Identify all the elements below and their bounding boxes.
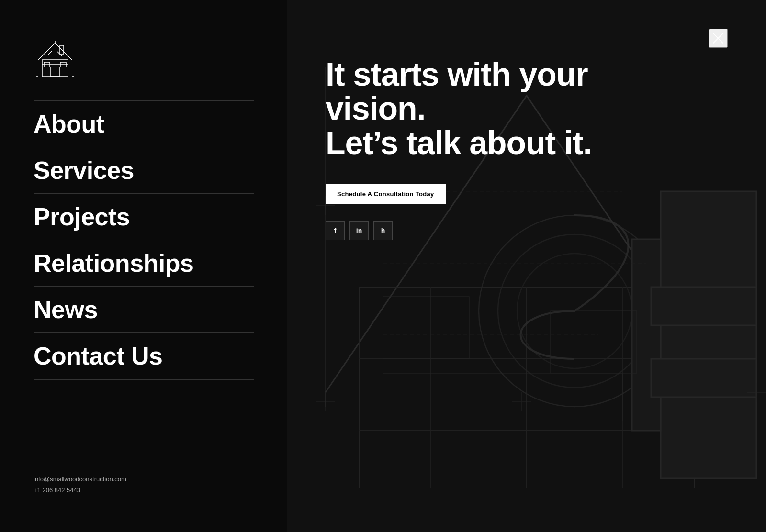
nav-item-services[interactable]: Services bbox=[34, 147, 254, 194]
nav-link-contact[interactable]: Contact Us bbox=[34, 333, 254, 379]
social-icons: f in h bbox=[326, 221, 603, 240]
nav-link-projects[interactable]: Projects bbox=[34, 194, 254, 240]
content-overlay: It starts with your vision. Let’s talk a… bbox=[326, 57, 603, 240]
linkedin-label: in bbox=[356, 227, 362, 234]
nav-item-projects[interactable]: Projects bbox=[34, 194, 254, 240]
houzz-icon[interactable]: h bbox=[373, 221, 393, 240]
nav-link-news[interactable]: News bbox=[34, 287, 254, 332]
svg-rect-23 bbox=[651, 287, 756, 325]
nav-list: About Services Projects Relationships Ne… bbox=[34, 101, 254, 379]
sidebar-footer: info@smallwoodconstruction.com +1 206 84… bbox=[34, 456, 254, 494]
headline-line1: It starts with your vision. bbox=[326, 56, 588, 126]
nav-item-about[interactable]: About bbox=[34, 101, 254, 147]
close-button[interactable] bbox=[709, 29, 728, 48]
nav-divider-bottom bbox=[34, 379, 254, 380]
main-nav: About Services Projects Relationships Ne… bbox=[34, 101, 254, 379]
logo bbox=[34, 38, 77, 81]
svg-rect-1 bbox=[50, 67, 60, 77]
footer-email: info@smallwoodconstruction.com bbox=[34, 476, 254, 483]
svg-rect-21 bbox=[661, 191, 756, 478]
cta-button[interactable]: Schedule A Consultation Today bbox=[326, 184, 446, 204]
svg-rect-22 bbox=[632, 239, 661, 431]
houzz-label: h bbox=[381, 227, 385, 234]
headline: It starts with your vision. Let’s talk a… bbox=[326, 57, 603, 160]
nav-link-services[interactable]: Services bbox=[34, 147, 254, 193]
nav-item-contact[interactable]: Contact Us bbox=[34, 333, 254, 379]
main-content: It starts with your vision. Let’s talk a… bbox=[287, 0, 766, 532]
facebook-label: f bbox=[334, 227, 337, 234]
facebook-icon[interactable]: f bbox=[326, 221, 345, 240]
svg-rect-24 bbox=[651, 359, 756, 397]
nav-link-relationships[interactable]: Relationships bbox=[34, 240, 254, 286]
nav-item-relationships[interactable]: Relationships bbox=[34, 240, 254, 287]
svg-line-9 bbox=[48, 51, 52, 55]
footer-phone: +1 206 842 5443 bbox=[34, 487, 254, 494]
nav-link-about[interactable]: About bbox=[34, 101, 254, 147]
linkedin-icon[interactable]: in bbox=[349, 221, 369, 240]
sidebar: About Services Projects Relationships Ne… bbox=[0, 0, 287, 532]
nav-item-news[interactable]: News bbox=[34, 287, 254, 333]
headline-line2: Let’s talk about it. bbox=[326, 124, 592, 161]
